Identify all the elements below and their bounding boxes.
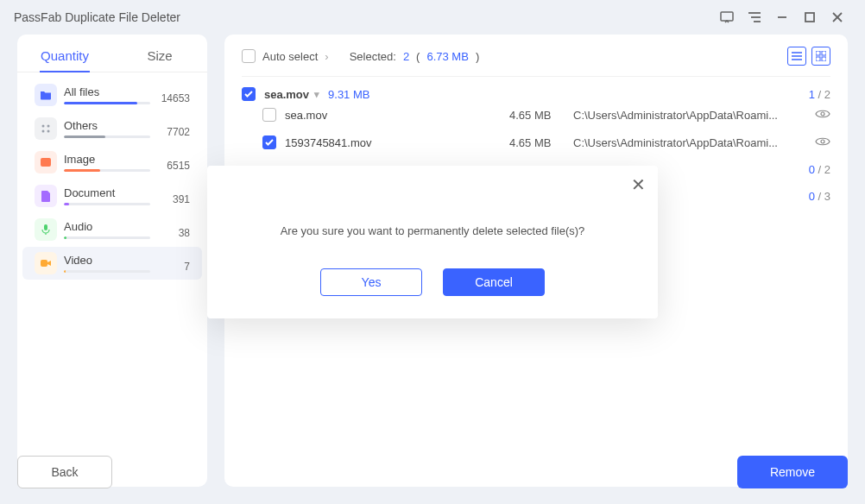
confirm-dialog: ✕ Are you sure you want to permanently d… xyxy=(207,166,658,318)
cancel-button[interactable]: Cancel xyxy=(443,268,545,296)
yes-button[interactable]: Yes xyxy=(320,268,422,296)
modal-overlay: ✕ Are you sure you want to permanently d… xyxy=(0,0,865,504)
dialog-close-icon[interactable]: ✕ xyxy=(631,174,646,195)
dialog-message: Are you sure you want to permanently del… xyxy=(223,178,642,268)
